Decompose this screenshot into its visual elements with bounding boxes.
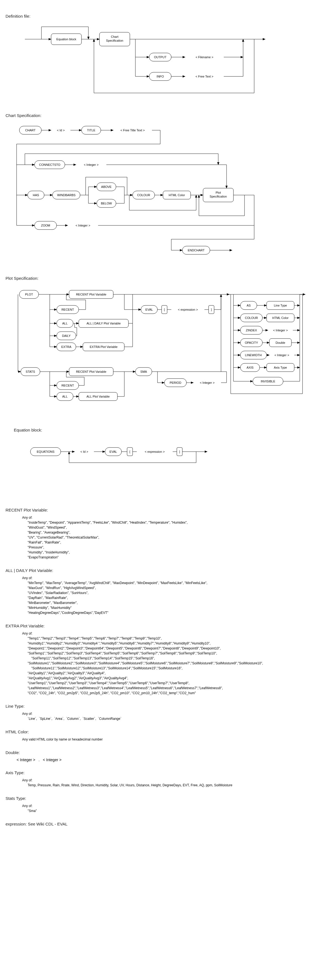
all-daily-var-title: ALL | DAILY Plot Variable: [6,568,320,573]
node-connectsto: CONNECTSTO [39,163,61,166]
extra-var-block: Any of: "Temp1","Temp2","Temp3","Temp4",… [22,631,320,695]
html-color-block: Any valid HTML color by name or hexadeci… [22,737,320,742]
node-info: INFO [157,75,164,78]
node-has: HAS [33,193,39,197]
node-axis-type: Axis Type [274,366,287,369]
node-id: < Id > [57,129,65,132]
node-zoom: ZOOM [41,224,50,227]
chart-spec-diagram: CHART < Id > TITLE < Free Title Text > C… [6,121,320,265]
eq-block-title: Equation block: [14,428,320,432]
node-extra: EXTRA [61,345,72,348]
node-eval-2: EVAL [109,450,117,453]
node-equation-block: Equation block [56,38,77,41]
svg-text:]: ] [179,450,180,453]
node-linewidth: LINEWIDTH [245,353,262,357]
expression-title: expression: See Wiki CDL - EVAL [6,822,320,826]
node-recent-2: RECENT [61,384,74,387]
node-integer-1: < Integer > [84,163,98,166]
node-chart: CHART [25,129,36,132]
node-all-2: ALL [62,395,68,398]
stats-type-title: Stats Type: [6,796,320,801]
node-lbracket: [ [164,308,165,311]
line-type-title: Line Type: [6,704,320,708]
recent-var-title: RECENT Plot Variable: [6,508,320,512]
svg-text:Chart: Chart [111,35,118,38]
axis-type-block: Any of: Temp, Pressure, Rain, Rrate, Win… [22,778,320,788]
node-expression-2: < expression > [145,450,165,453]
node-zindex: ZINDEX [246,329,257,332]
node-invisible: INVISIBLE [261,380,275,383]
node-rbracket: ] [211,308,212,311]
svg-text:Specification: Specification [106,39,123,42]
node-integer-4: < Integer > [273,329,288,332]
node-all-daily-var: ALL | DAILY Plot Variable [86,322,121,325]
node-endchart: ENDCHART [188,248,205,252]
plot-spec-diagram: PLOT RECENT Plot Variable RECENT ALL ALL… [6,283,320,417]
node-html-color: HTML Color [169,193,185,197]
axis-type-title: Axis Type: [6,770,320,775]
node-plot: PLOT [25,293,33,296]
node-html-color-2: HTML Color [272,316,289,320]
node-all: ALL [62,322,68,325]
node-recent-plot-var-2: RECENT Plot Variable [76,370,106,373]
node-daily: DAILY [62,334,71,337]
node-opacity: OPACITY [245,341,258,344]
node-sma: SMA [141,370,147,373]
line-type-block: Any of: `Line`, `SpLine`, `Area`, `Colum… [22,711,320,721]
node-recent: RECENT [61,308,74,311]
svg-text:Plot: Plot [216,191,221,194]
node-expression: < expression > [178,308,198,311]
node-id-2: < Id > [80,450,88,453]
chart-spec-title: Chart Specification: [6,113,320,118]
node-extra-plot-var: EXTRA Plot Variable [90,345,118,348]
svg-text:Specification: Specification [210,195,227,198]
definition-file-title: Definition file: [6,14,320,19]
html-color-title: HTML Color: [6,729,320,734]
node-stats: STATS [26,370,35,373]
node-title: TITLE [87,129,95,132]
node-filename: < Filename > [196,56,213,59]
svg-text:[: [ [129,450,130,453]
node-period: PERIOD [169,381,181,384]
node-line-type: Line Type [274,304,287,307]
node-colour-2: COLOUR [245,316,258,320]
node-output: OUTPUT [154,56,166,59]
node-all-plot-var: ALL Plot Variable [86,395,110,398]
node-integer-3: < Integer > [200,381,214,384]
definition-file-diagram: Equation block Chart Specification OUTPU… [6,21,320,102]
node-freetext: < Free Text > [196,75,214,78]
double-block: < Integer > . < Integer > [17,757,320,762]
node-equations: EQUATIONS [37,450,54,453]
node-recent-plot-var: RECENT Plot Variable [76,293,106,296]
node-double: Double [276,341,285,344]
node-above: ABOVE [101,185,112,188]
stats-type-block: Any of: "Sma" [22,803,320,813]
double-title: Double: [6,750,320,755]
node-axis: AXIS [246,366,253,369]
node-integer-5: < Integer > [274,353,289,357]
all-daily-var-block: Any of: "MinTemp", "MaxTemp", "AverageTe… [22,576,320,615]
node-as: AS [247,304,251,307]
node-below: BELOW [101,202,112,205]
node-colour: COLOUR [137,193,150,197]
node-integer-2: < Integer > [75,224,90,227]
plot-spec-title: Plot Specification: [6,276,320,281]
extra-var-title: EXTRA Plot Variable: [6,624,320,628]
eq-block-diagram: EQUATIONS < Id > EVAL [ < expression > ] [14,435,320,472]
node-windbarbs: WINDBARBS [57,193,76,197]
recent-var-block: Any of: "InsideTemp", "Dewpoint", "Appar… [22,515,320,560]
node-free-title: < Free Title Text > [120,129,145,132]
node-eval: EVAL [145,308,153,311]
